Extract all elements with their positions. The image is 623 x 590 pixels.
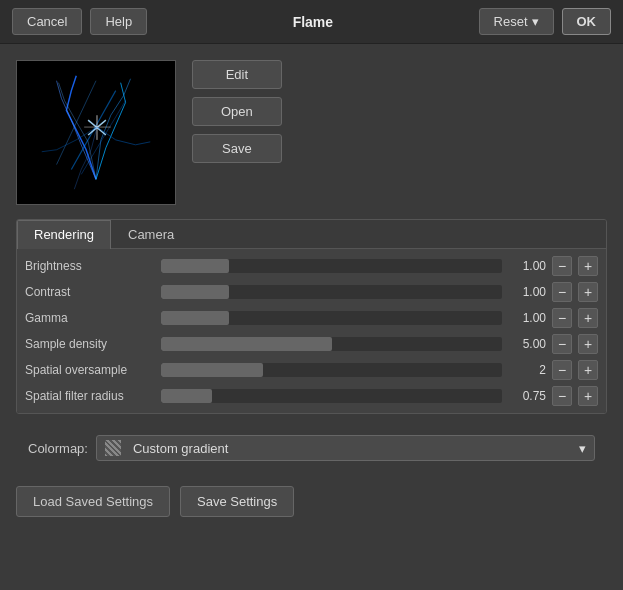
brightness-slider[interactable] [161, 259, 502, 273]
sample-density-label: Sample density [25, 337, 155, 351]
contrast-plus[interactable]: + [578, 282, 598, 302]
header: Cancel Help Flame Reset ▾ OK [0, 0, 623, 44]
ok-button[interactable]: OK [562, 8, 612, 35]
open-button[interactable]: Open [192, 97, 282, 126]
colormap-value: Custom gradient [133, 441, 228, 456]
spatial-filter-radius-label: Spatial filter radius [25, 389, 155, 403]
spatial-oversample-label: Spatial oversample [25, 363, 155, 377]
save-settings-button[interactable]: Save Settings [180, 486, 294, 517]
rendering-panel: Brightness 1.00 − + Contrast 1.00 − + [17, 249, 606, 413]
reset-label: Reset [494, 14, 528, 29]
bottom-buttons: Load Saved Settings Save Settings [16, 482, 607, 525]
gamma-slider[interactable] [161, 311, 502, 325]
colormap-row: Colormap: Custom gradient ▾ [16, 428, 607, 468]
brightness-plus[interactable]: + [578, 256, 598, 276]
sample-density-slider[interactable] [161, 337, 502, 351]
spatial-oversample-plus[interactable]: + [578, 360, 598, 380]
spatial-oversample-slider[interactable] [161, 363, 502, 377]
brightness-value: 1.00 [508, 259, 546, 273]
top-section: Edit Open Save [16, 60, 607, 205]
spatial-filter-radius-row: Spatial filter radius 0.75 − + [17, 383, 606, 409]
sample-density-minus[interactable]: − [552, 334, 572, 354]
colormap-label: Colormap: [28, 441, 88, 456]
tabs-panel: Rendering Camera Brightness 1.00 − + Con… [16, 219, 607, 414]
spatial-filter-radius-minus[interactable]: − [552, 386, 572, 406]
load-saved-settings-button[interactable]: Load Saved Settings [16, 486, 170, 517]
spatial-filter-radius-value: 0.75 [508, 389, 546, 403]
contrast-value: 1.00 [508, 285, 546, 299]
help-button[interactable]: Help [90, 8, 147, 35]
main-content: Edit Open Save Rendering Camera Brightne… [0, 44, 623, 590]
save-button[interactable]: Save [192, 134, 282, 163]
sample-density-plus[interactable]: + [578, 334, 598, 354]
spatial-oversample-value: 2 [508, 363, 546, 377]
flame-preview [16, 60, 176, 205]
colormap-chevron-icon: ▾ [579, 441, 586, 456]
chevron-down-icon: ▾ [532, 14, 539, 29]
gamma-minus[interactable]: − [552, 308, 572, 328]
tabs-bar: Rendering Camera [17, 220, 606, 249]
gamma-label: Gamma [25, 311, 155, 325]
header-right: Reset ▾ OK [479, 8, 611, 35]
sample-density-row: Sample density 5.00 − + [17, 331, 606, 357]
side-buttons: Edit Open Save [192, 60, 282, 163]
tab-camera[interactable]: Camera [111, 220, 191, 248]
brightness-label: Brightness [25, 259, 155, 273]
sample-density-value: 5.00 [508, 337, 546, 351]
gamma-plus[interactable]: + [578, 308, 598, 328]
brightness-row: Brightness 1.00 − + [17, 253, 606, 279]
grid-icon [105, 440, 121, 456]
gamma-value: 1.00 [508, 311, 546, 325]
contrast-minus[interactable]: − [552, 282, 572, 302]
contrast-slider[interactable] [161, 285, 502, 299]
edit-button[interactable]: Edit [192, 60, 282, 89]
header-left: Cancel Help [12, 8, 147, 35]
cancel-button[interactable]: Cancel [12, 8, 82, 35]
colormap-select[interactable]: Custom gradient ▾ [96, 435, 595, 461]
contrast-label: Contrast [25, 285, 155, 299]
window-title: Flame [293, 14, 333, 30]
spatial-filter-radius-slider[interactable] [161, 389, 502, 403]
tab-rendering[interactable]: Rendering [17, 220, 111, 249]
spatial-filter-radius-plus[interactable]: + [578, 386, 598, 406]
contrast-row: Contrast 1.00 − + [17, 279, 606, 305]
reset-button[interactable]: Reset ▾ [479, 8, 554, 35]
spatial-oversample-row: Spatial oversample 2 − + [17, 357, 606, 383]
gamma-row: Gamma 1.00 − + [17, 305, 606, 331]
spatial-oversample-minus[interactable]: − [552, 360, 572, 380]
colormap-text-wrap: Custom gradient [105, 440, 228, 456]
brightness-minus[interactable]: − [552, 256, 572, 276]
